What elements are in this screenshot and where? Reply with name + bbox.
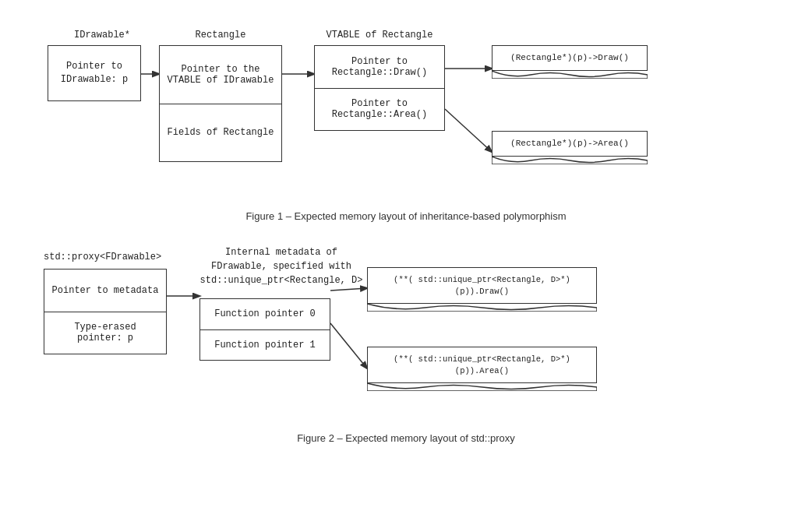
wavy-bottom-draw xyxy=(492,71,648,79)
wavy-bottom-fig2-draw xyxy=(367,304,597,312)
vtable-area-cell: Pointer to Rectangle::Area() xyxy=(315,89,444,131)
rectangle-label: Rectangle xyxy=(159,30,282,41)
area-code-box: (Rectangle*)(p)->Area() xyxy=(492,131,648,157)
figure2-draw-code-box: (**( std::unique_ptr<Rectangle, D>*)(p))… xyxy=(367,267,597,304)
svg-line-3 xyxy=(445,109,492,152)
figure2-caption: Figure 2 – Expected memory layout of std… xyxy=(23,432,789,444)
rectangle-bottom-cell: Fields of Rectangle xyxy=(160,104,281,162)
metadata-label: Internal metadata of FDrawable, specifie… xyxy=(199,245,363,287)
figure1-section: IDrawable* Pointer to IDrawable: p Recta… xyxy=(23,16,789,222)
vtable-box: Pointer to Rectangle::Draw() Pointer to … xyxy=(314,45,445,131)
vtable-draw-cell: Pointer to Rectangle::Draw() xyxy=(315,46,444,89)
figure2-draw-code-wrap: (**( std::unique_ptr<Rectangle, D>*)(p))… xyxy=(367,267,597,312)
metadata-fp1-cell: Function pointer 1 xyxy=(200,330,330,361)
figure2-area-code-box: (**( std::unique_ptr<Rectangle, D>*)(p))… xyxy=(367,347,597,383)
proxy-label: std::proxy<FDrawable> xyxy=(44,252,164,262)
pointer-box: Pointer to IDrawable: p xyxy=(48,45,141,101)
metadata-box: Function pointer 0 Function pointer 1 xyxy=(199,298,330,361)
proxy-bottom-cell: Type-erased pointer: p xyxy=(44,312,166,354)
proxy-top-cell: Pointer to metadata xyxy=(44,270,166,312)
wavy-bottom-fig2-area xyxy=(367,383,597,391)
figure1-diagram: IDrawable* Pointer to IDrawable: p Recta… xyxy=(32,16,780,203)
rectangle-top-cell: Pointer to the VTABLE of IDrawable xyxy=(160,46,281,104)
wavy-bottom-area xyxy=(492,157,648,164)
svg-line-5 xyxy=(330,288,367,291)
figure2-area-code-wrap: (**( std::unique_ptr<Rectangle, D>*)(p))… xyxy=(367,347,597,391)
svg-line-6 xyxy=(330,323,367,368)
idrawable-label: IDrawable* xyxy=(55,30,149,41)
rectangle-box: Pointer to the VTABLE of IDrawable Field… xyxy=(159,45,282,162)
proxy-box: Pointer to metadata Type-erased pointer:… xyxy=(44,269,167,354)
figure2-diagram: std::proxy<FDrawable> Pointer to metadat… xyxy=(32,245,780,425)
metadata-fp0-cell: Function pointer 0 xyxy=(200,299,330,330)
figure2-section: std::proxy<FDrawable> Pointer to metadat… xyxy=(23,245,789,444)
figure1-caption: Figure 1 – Expected memory layout of inh… xyxy=(23,210,789,222)
area-code-box-wrap: (Rectangle*)(p)->Area() xyxy=(492,131,648,164)
vtable-label: VTABLE of Rectangle xyxy=(314,30,445,41)
draw-code-box-wrap: (Rectangle*)(p)->Draw() xyxy=(492,45,648,79)
draw-code-box: (Rectangle*)(p)->Draw() xyxy=(492,45,648,71)
